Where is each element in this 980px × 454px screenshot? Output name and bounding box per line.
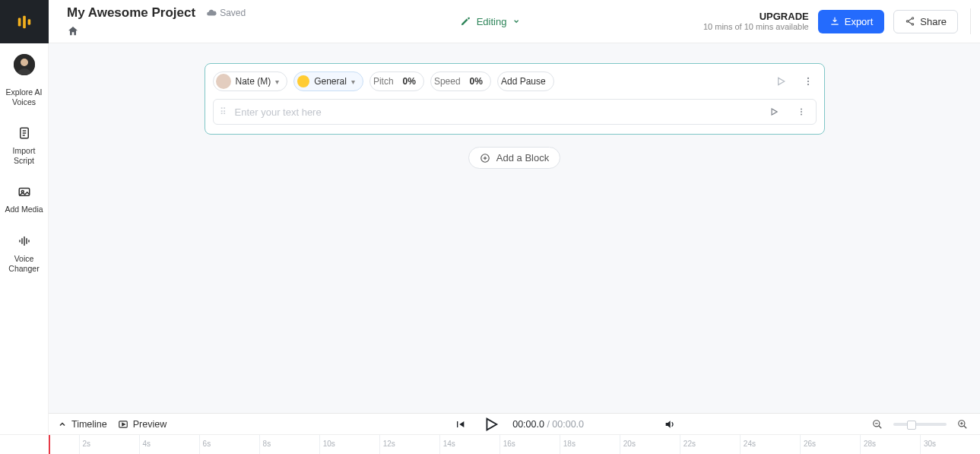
ruler-tick: 8s	[259, 435, 260, 454]
zoom-out-icon	[872, 419, 883, 430]
svg-line-36	[879, 425, 882, 428]
timeline-ruler[interactable]: 2s4s6s8s10s12s14s16s18s20s22s24s26s28s30…	[0, 434, 980, 454]
speed-control[interactable]: Speed 0%	[430, 71, 491, 91]
add-pause-button[interactable]: Add Pause	[497, 71, 554, 91]
sidebar-item-label: Explore AI Voices	[3, 87, 46, 106]
ruler-tick-label: 14s	[443, 440, 455, 448]
sidebar-item-label: Import Script	[3, 146, 46, 165]
add-block-button[interactable]: Add a Block	[468, 147, 560, 169]
more-vertical-icon	[803, 76, 813, 87]
voice-block: Nate (M) ▾ General ▾ Pitch 0% Speed 0%	[205, 63, 825, 135]
ruler-tick: 28s	[860, 435, 861, 454]
share-button[interactable]: Share	[893, 10, 958, 33]
ruler-tick: 16s	[500, 435, 500, 454]
ruler-tick-label: 16s	[503, 440, 515, 448]
project-title[interactable]: My Awesome Project	[67, 5, 195, 21]
speed-label: Speed	[434, 76, 461, 87]
chevron-up-icon	[58, 420, 67, 429]
home-icon[interactable]	[67, 25, 79, 37]
ruler-tick-label: 2s	[83, 440, 91, 448]
media-icon	[16, 183, 33, 200]
chevron-down-icon: ▾	[275, 78, 279, 86]
voice-name: Nate (M)	[236, 76, 271, 87]
more-vertical-icon	[797, 107, 806, 116]
sidebar-item-import-script[interactable]: Import Script	[0, 116, 49, 174]
preview-toggle[interactable]: Preview	[118, 419, 167, 430]
share-label: Share	[920, 16, 947, 27]
ruler-tick-label: 24s	[744, 440, 756, 448]
time-total: 00:00.0	[552, 419, 584, 430]
ruler-tick: 18s	[560, 435, 560, 454]
play-button[interactable]	[482, 416, 499, 433]
ruler-tick: 4s	[139, 435, 140, 454]
volume-button[interactable]	[661, 416, 678, 433]
svg-point-27	[801, 111, 802, 113]
svg-marker-33	[122, 423, 125, 426]
ruler-tick-label: 6s	[203, 440, 211, 448]
pitch-control[interactable]: Pitch 0%	[369, 71, 424, 91]
sidebar-item-add-media[interactable]: Add Media	[0, 174, 49, 224]
style-selector[interactable]: General ▾	[293, 71, 363, 91]
editor-canvas: Nate (M) ▾ General ▾ Pitch 0% Speed 0%	[49, 43, 980, 413]
zoom-out-button[interactable]	[869, 416, 886, 433]
zoom-slider[interactable]	[893, 423, 947, 426]
mode-switcher[interactable]: Editing	[460, 16, 521, 27]
ruler-tick-label: 10s	[323, 440, 335, 448]
block-more-button[interactable]	[800, 73, 817, 90]
svg-point-4	[21, 59, 28, 66]
line-play-button[interactable]	[766, 103, 782, 120]
share-icon	[905, 16, 915, 27]
ruler-tick-label: 4s	[143, 440, 151, 448]
skip-previous-icon	[454, 418, 466, 430]
user-avatar[interactable]	[14, 54, 35, 75]
block-play-button[interactable]	[772, 73, 789, 90]
ruler-tick-label: 12s	[383, 440, 395, 448]
ruler-tick: 26s	[800, 435, 801, 454]
svg-point-16	[912, 17, 914, 19]
chevron-down-icon	[512, 17, 520, 25]
svg-point-26	[801, 109, 802, 110]
app-header: My Awesome Project Saved Editing UPGRADE…	[49, 0, 980, 43]
time-current: 00:00.0	[512, 419, 544, 430]
pitch-label: Pitch	[373, 76, 394, 87]
plus-circle-icon	[480, 153, 490, 164]
sidebar-item-label: Add Media	[5, 205, 43, 214]
svg-point-22	[807, 78, 808, 79]
ruler-tick: 22s	[680, 435, 680, 454]
header-divider	[970, 8, 971, 34]
cloud-saved-icon	[206, 8, 217, 18]
pencil-icon	[460, 16, 471, 27]
svg-rect-0	[17, 17, 21, 26]
download-icon	[829, 16, 840, 27]
ruler-tick-label: 22s	[683, 440, 696, 448]
ruler-tick: 20s	[620, 435, 620, 454]
ruler-tick-label: 18s	[563, 440, 576, 448]
app-logo[interactable]	[0, 0, 49, 43]
svg-point-17	[907, 21, 909, 22]
upgrade-subtitle: 10 mins of 10 mins available	[703, 22, 809, 32]
line-more-button[interactable]	[793, 103, 810, 120]
time-separator: /	[544, 419, 552, 430]
sidebar: Explore AI Voices Import Script Add Medi…	[0, 0, 49, 454]
upgrade-info[interactable]: UPGRADE 10 mins of 10 mins available	[703, 11, 809, 33]
voice-selector[interactable]: Nate (M) ▾	[213, 71, 288, 91]
ruler-tick-label: 26s	[804, 440, 816, 448]
svg-rect-2	[27, 19, 30, 24]
style-label: General	[314, 76, 347, 87]
skip-start-button[interactable]	[452, 416, 468, 433]
play-icon	[482, 416, 499, 433]
svg-marker-34	[487, 418, 497, 430]
text-input[interactable]	[235, 106, 758, 118]
drag-handle-icon[interactable]: ⠿	[220, 106, 227, 117]
ruler-tick: 12s	[379, 435, 380, 454]
sidebar-item-explore-voices[interactable]: Explore AI Voices	[0, 78, 49, 116]
mode-label: Editing	[477, 16, 507, 27]
export-button[interactable]: Export	[818, 10, 885, 33]
svg-point-18	[912, 24, 914, 25]
ruler-tick-label: 28s	[864, 440, 876, 448]
zoom-in-icon	[957, 419, 968, 430]
timeline-toggle[interactable]: Timeline	[58, 419, 107, 430]
ruler-tick-label: 8s	[263, 440, 271, 448]
zoom-in-button[interactable]	[954, 416, 971, 433]
sidebar-item-voice-changer[interactable]: Voice Changer	[0, 224, 49, 282]
